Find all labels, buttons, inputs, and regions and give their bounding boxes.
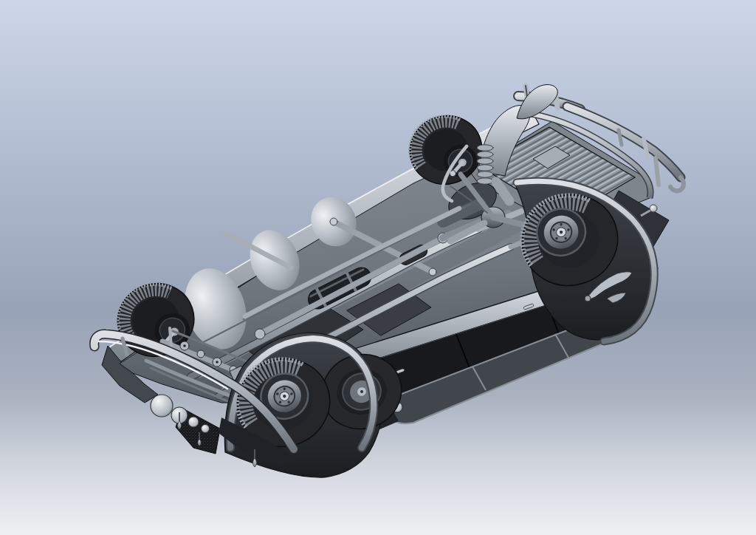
stalk-ball — [650, 205, 657, 212]
lamp-small-1 — [188, 417, 199, 427]
headlamp-large — [151, 395, 173, 417]
cad-viewport[interactable] — [0, 0, 756, 535]
lamp-small-2 — [202, 425, 210, 433]
